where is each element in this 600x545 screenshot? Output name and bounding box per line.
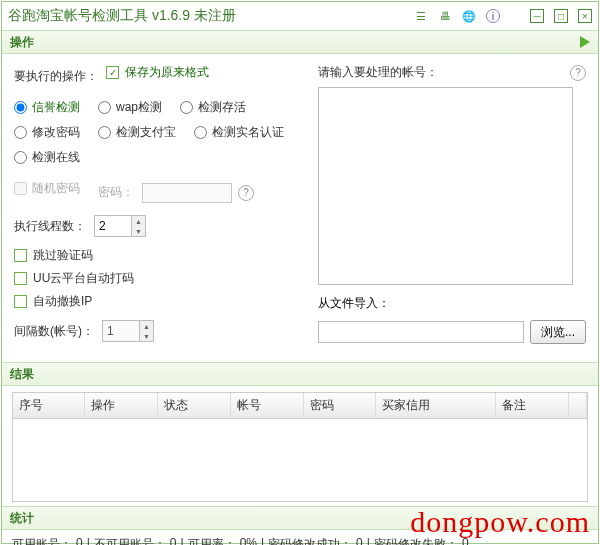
results-body: 序号 操作 状态 帐号 密码 买家信用 备注	[2, 386, 598, 506]
col-spacer	[569, 393, 587, 419]
col-account[interactable]: 帐号	[230, 393, 303, 419]
check-icon	[106, 66, 119, 79]
stats-title: 统计	[10, 510, 34, 527]
radio-changepwd[interactable]: 修改密码	[14, 124, 80, 141]
col-op[interactable]: 操作	[85, 393, 158, 419]
interval-spinner: ▲▼	[102, 320, 154, 342]
radio-wap[interactable]: wap检测	[98, 99, 162, 116]
globe-icon[interactable]: 🌐	[462, 9, 476, 23]
down-arrow-icon: ▼	[140, 331, 153, 341]
exec-op-label: 要执行的操作：	[14, 68, 98, 85]
help-icon[interactable]: ?	[570, 65, 586, 81]
random-pwd-checkbox[interactable]: 随机密码	[14, 180, 80, 197]
col-status[interactable]: 状态	[158, 393, 231, 419]
left-column: 要执行的操作： 保存为原来格式 信誉检测 wap检测 检测存活 修改密码 检测支…	[14, 64, 304, 352]
results-table: 序号 操作 状态 帐号 密码 买家信用 备注	[13, 393, 587, 419]
accounts-textarea[interactable]	[318, 87, 573, 285]
threads-spinner[interactable]: ▲▼	[94, 215, 146, 237]
app-window: 谷跑淘宝帐号检测工具 v1.6.9 未注册 ☰ 🖶 🌐 i ─ □ × 操作 要…	[1, 1, 599, 544]
right-column: 请输入要处理的帐号： ? 从文件导入： 浏览...	[318, 64, 586, 352]
minimize-button[interactable]: ─	[530, 9, 544, 23]
up-arrow-icon: ▲	[140, 321, 153, 331]
input-prompt-label: 请输入要处理的帐号：	[318, 64, 438, 81]
operate-header: 操作	[2, 30, 598, 54]
col-remark[interactable]: 备注	[496, 393, 569, 419]
pwd-label: 密码：	[98, 184, 134, 201]
watermark: dongpow.com	[410, 505, 590, 539]
titlebar: 谷跑淘宝帐号检测工具 v1.6.9 未注册 ☰ 🖶 🌐 i ─ □ ×	[2, 2, 598, 30]
col-credit[interactable]: 买家信用	[376, 393, 496, 419]
password-input[interactable]	[142, 183, 232, 203]
help-icon[interactable]: ?	[238, 185, 254, 201]
interval-input	[103, 321, 139, 341]
from-file-label: 从文件导入：	[318, 295, 586, 312]
uu-auto-checkbox[interactable]: UU云平台自动打码	[14, 270, 304, 287]
threads-input[interactable]	[95, 216, 131, 236]
results-table-wrap[interactable]: 序号 操作 状态 帐号 密码 买家信用 备注	[12, 392, 588, 502]
keep-format-checkbox[interactable]: 保存为原来格式	[106, 64, 209, 81]
operate-title: 操作	[10, 34, 34, 51]
col-index[interactable]: 序号	[13, 393, 85, 419]
operation-radios: 信誉检测 wap检测 检测存活 修改密码 检测支付宝 检测实名认证 检测在线	[14, 99, 304, 174]
close-button[interactable]: ×	[578, 9, 592, 23]
radio-realname[interactable]: 检测实名认证	[194, 124, 284, 141]
window-title: 谷跑淘宝帐号检测工具 v1.6.9 未注册	[8, 7, 236, 25]
radio-alive[interactable]: 检测存活	[180, 99, 246, 116]
col-pwd[interactable]: 密码	[303, 393, 376, 419]
threads-label: 执行线程数：	[14, 218, 86, 235]
auto-ip-checkbox[interactable]: 自动撤换IP	[14, 293, 304, 310]
interval-label: 间隔数(帐号)：	[14, 323, 94, 340]
up-arrow-icon[interactable]: ▲	[132, 216, 145, 226]
browse-button[interactable]: 浏览...	[530, 320, 586, 344]
info-icon[interactable]: i	[486, 9, 500, 23]
titlebar-controls: ☰ 🖶 🌐 i ─ □ ×	[414, 9, 592, 23]
results-title: 结果	[10, 366, 34, 383]
radio-alipay[interactable]: 检测支付宝	[98, 124, 176, 141]
down-arrow-icon[interactable]: ▼	[132, 226, 145, 236]
play-icon[interactable]	[580, 36, 590, 48]
operate-body: 要执行的操作： 保存为原来格式 信誉检测 wap检测 检测存活 修改密码 检测支…	[2, 54, 598, 362]
radio-online[interactable]: 检测在线	[14, 149, 80, 166]
file-path-input[interactable]	[318, 321, 524, 343]
radio-credit[interactable]: 信誉检测	[14, 99, 80, 116]
list-icon[interactable]: ☰	[414, 9, 428, 23]
print-icon[interactable]: 🖶	[438, 9, 452, 23]
skip-captcha-checkbox[interactable]: 跳过验证码	[14, 247, 304, 264]
maximize-button[interactable]: □	[554, 9, 568, 23]
results-header: 结果	[2, 362, 598, 386]
